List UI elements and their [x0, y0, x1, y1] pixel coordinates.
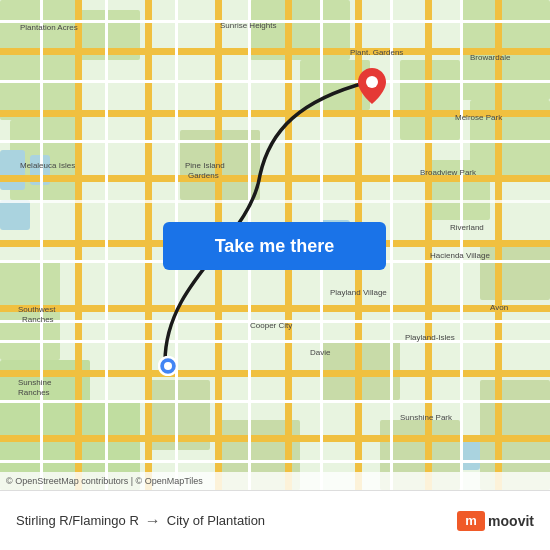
svg-rect-40	[0, 80, 550, 83]
svg-rect-22	[0, 200, 30, 230]
svg-rect-42	[0, 200, 550, 203]
svg-rect-41	[0, 140, 550, 143]
arrow-icon: →	[145, 512, 161, 530]
moovit-logo: m moovit	[457, 511, 534, 531]
svg-text:Browardale: Browardale	[470, 53, 511, 62]
moovit-text: moovit	[488, 513, 534, 529]
svg-text:Playland Village: Playland Village	[330, 288, 387, 297]
origin-marker	[158, 356, 178, 380]
svg-text:Riverland: Riverland	[450, 223, 484, 232]
svg-rect-25	[0, 48, 550, 55]
svg-text:Hacienda Village: Hacienda Village	[430, 251, 490, 260]
origin-label: Stirling R/Flamingo R	[16, 513, 139, 528]
svg-text:Plantation Acres: Plantation Acres	[20, 23, 78, 32]
svg-rect-32	[75, 0, 82, 490]
svg-rect-46	[0, 400, 550, 403]
map-container: Plantation Acres Sunrise Heights Plant. …	[0, 0, 550, 490]
svg-text:Avon: Avon	[490, 303, 508, 312]
destination-label: City of Plantation	[167, 513, 265, 528]
svg-rect-29	[0, 305, 550, 312]
svg-text:Sunshine: Sunshine	[18, 378, 52, 387]
svg-text:Ranches: Ranches	[22, 315, 54, 324]
moovit-m-icon: m	[457, 511, 485, 531]
svg-rect-31	[0, 435, 550, 442]
svg-rect-54	[460, 0, 463, 490]
svg-text:Melaleuca Isles: Melaleuca Isles	[20, 161, 75, 170]
svg-text:Playland-Isles: Playland-Isles	[405, 333, 455, 342]
destination-marker	[358, 68, 386, 108]
take-me-there-button[interactable]: Take me there	[163, 222, 386, 270]
svg-rect-49	[105, 0, 108, 490]
svg-text:Pine Island: Pine Island	[185, 161, 225, 170]
svg-rect-17	[480, 240, 550, 300]
bottom-bar: Stirling R/Flamingo R → City of Plantati…	[0, 490, 550, 550]
svg-text:Gardens: Gardens	[188, 171, 219, 180]
svg-text:Sunrise Heights: Sunrise Heights	[220, 21, 276, 30]
svg-text:Sunshine Park: Sunshine Park	[400, 413, 453, 422]
svg-rect-48	[40, 0, 43, 490]
svg-text:Plant. Gardens: Plant. Gardens	[350, 48, 403, 57]
svg-text:Melrose Park: Melrose Park	[455, 113, 503, 122]
svg-rect-20	[0, 150, 25, 190]
svg-rect-38	[495, 0, 502, 490]
svg-rect-47	[0, 460, 550, 463]
svg-text:Davie: Davie	[310, 348, 331, 357]
svg-text:Cooper City: Cooper City	[250, 321, 292, 330]
svg-rect-53	[390, 0, 393, 490]
svg-text:Ranches: Ranches	[18, 388, 50, 397]
openstreetmap-attribution: © OpenStreetMap contributors | © OpenMap…	[6, 476, 203, 486]
svg-text:Broadview Park: Broadview Park	[420, 168, 477, 177]
svg-point-76	[366, 76, 378, 88]
svg-rect-33	[145, 0, 152, 490]
map-attribution: © OpenStreetMap contributors | © OpenMap…	[0, 472, 550, 490]
svg-text:Southwest: Southwest	[18, 305, 56, 314]
svg-point-78	[164, 362, 172, 370]
svg-rect-30	[0, 370, 550, 377]
svg-rect-45	[0, 340, 550, 343]
route-info: Stirling R/Flamingo R → City of Plantati…	[16, 512, 265, 530]
